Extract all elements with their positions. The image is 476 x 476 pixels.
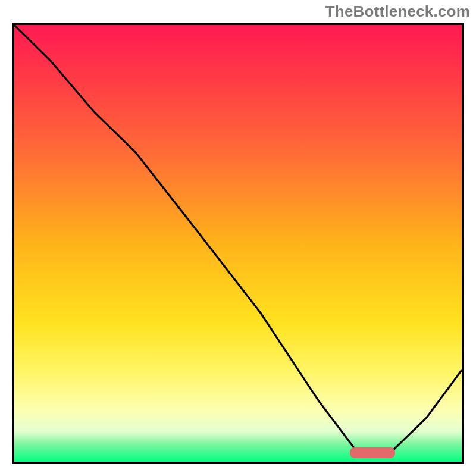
plot-area [12,23,464,464]
chart-container: TheBottleneck.com [0,0,476,476]
curve-line [14,25,462,453]
watermark-text: TheBottleneck.com [325,2,470,21]
optimal-range-marker [350,447,395,458]
bottleneck-curve [14,25,462,462]
